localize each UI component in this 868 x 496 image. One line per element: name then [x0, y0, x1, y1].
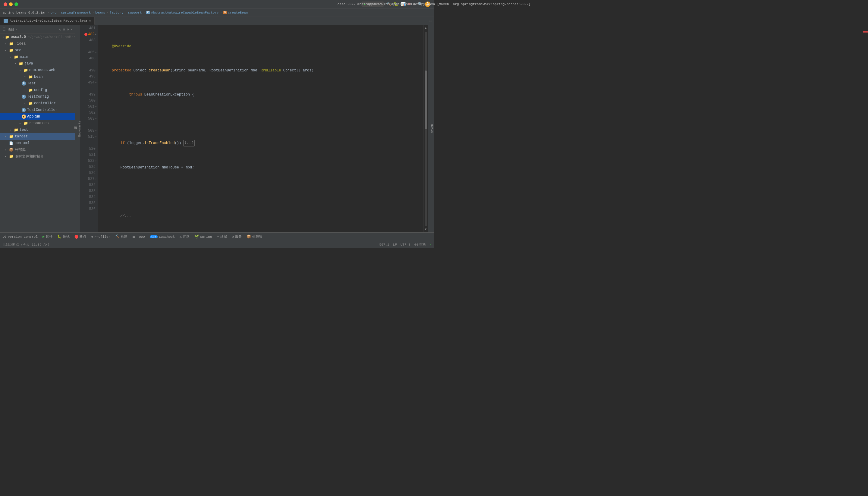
build-toolbar-button[interactable]: 🔨 构建	[115, 234, 127, 239]
collapse-494[interactable]: ▾	[95, 81, 97, 84]
tree-root[interactable]: ▾ 📁 ossa3.0 ~/java/java/seckill-redis/d	[0, 34, 75, 41]
tree-src-label: src	[15, 48, 21, 52]
java-testcontroller-icon: C	[22, 108, 26, 112]
version-control-icon: ⎇	[2, 234, 6, 239]
terminal-toolbar-button[interactable]: ⌨ 终端	[217, 234, 227, 239]
scroll-up-icon[interactable]: ▲	[423, 25, 428, 31]
dependencies-label: 依赖项	[252, 234, 262, 239]
breadcrumb-class[interactable]: AbstractAutowireCapableBeanFactory	[151, 11, 218, 14]
status-lf[interactable]: LF	[393, 242, 397, 247]
tree-com-ossa-web[interactable]: ▾ 📁 com.ossa.web	[0, 67, 75, 74]
collapse-503[interactable]: ▾	[95, 117, 97, 121]
breadcrumb-method[interactable]: createBean	[228, 11, 248, 14]
gutter-line-536: 536	[80, 206, 98, 212]
gutter-line-482[interactable]: 482 ➤	[80, 31, 98, 37]
collapse-515[interactable]: ▾	[95, 135, 97, 139]
scrollbar-thumb[interactable]	[425, 71, 427, 129]
breadcrumb-jar[interactable]: spring-beans-6.0.2.jar	[2, 11, 46, 14]
hide-icon[interactable]: ✕	[71, 27, 73, 31]
code-line-481: @Override	[103, 43, 418, 49]
collapse-485[interactable]: ▾	[95, 51, 97, 54]
settings-icon[interactable]: ⚙	[67, 27, 69, 31]
code-line-483: throws BeanCreationException {	[103, 92, 418, 98]
status-indent[interactable]: 4个空格	[414, 242, 426, 247]
folder-scratches-icon: 📁	[9, 154, 14, 159]
gutter-line-481: 481	[80, 25, 98, 31]
luacheck-toolbar-button[interactable]: Lua LuaCheck	[150, 235, 175, 239]
tab-close-icon[interactable]: ✕	[89, 19, 91, 22]
breadcrumb-org[interactable]: org	[51, 11, 57, 14]
java-test-icon: C	[22, 81, 26, 86]
gutter-line-533: 533	[80, 188, 98, 194]
breadcrumb-factory[interactable]: factory	[110, 11, 124, 14]
tree-idea[interactable]: ▸ 📁 .idea	[0, 41, 75, 47]
tree-test[interactable]: ▸ 📁 test	[0, 127, 75, 133]
pom-icon: 📄	[9, 141, 13, 145]
sidebar-dropdown-icon[interactable]: ▾	[16, 28, 17, 31]
breadcrumb: spring-beans-6.0.2.jar › org › springfra…	[0, 9, 434, 17]
spring-toolbar-button[interactable]: 🌱 Spring	[195, 234, 212, 239]
gutter-line-520: 520	[80, 146, 98, 152]
tree-testconfig[interactable]: C TestConfig	[0, 93, 75, 100]
scrollbar-track[interactable]	[425, 32, 427, 226]
tree-pom[interactable]: 📄 pom.xml	[0, 140, 75, 146]
code-line-484	[103, 116, 418, 122]
collapse-508[interactable]: ▾	[95, 129, 97, 133]
tree-src[interactable]: ▾ 📁 src	[0, 47, 75, 53]
tree-bean[interactable]: ▾ 📁 bean	[0, 74, 75, 80]
tree-resources-label: resources	[29, 121, 49, 125]
tree-external-libs[interactable]: ▸ 📦 外部库	[0, 146, 75, 153]
tree-controller[interactable]: ▾ 📁 controller	[0, 100, 75, 107]
tree-scratches[interactable]: ▸ 📁 临时文件和控制台	[0, 153, 75, 160]
sidebar-toolbar: ☰ 项目 ▾ ↻ ⊟ ⚙ ✕	[0, 25, 75, 34]
services-toolbar-button[interactable]: ⚙ 服务	[232, 234, 242, 239]
structure-label[interactable]: 结构	[74, 129, 78, 135]
spring-label: Spring	[200, 235, 212, 239]
breadcrumb-support[interactable]: support	[128, 11, 142, 14]
breakpoints-toolbar-button[interactable]: ⬤ 断点	[75, 234, 86, 239]
tree-pom-label: pom.xml	[14, 141, 30, 145]
folder-java-icon: 📁	[19, 61, 23, 66]
folder-controller-icon: 📁	[28, 101, 33, 106]
breadcrumb-springframework[interactable]: springframework	[61, 11, 91, 14]
tree-config[interactable]: ▾ 📁 config	[0, 87, 75, 93]
tree-testcontroller[interactable]: C TestController	[0, 107, 75, 113]
problems-toolbar-button[interactable]: ⚠ 问题	[180, 234, 189, 239]
tree-test-java[interactable]: C Test	[0, 80, 75, 87]
maven-panel-tab[interactable]: Maven	[428, 25, 434, 232]
version-control-button[interactable]: ⎇ Version Control	[2, 234, 38, 239]
close-button[interactable]	[4, 2, 7, 6]
code-editor[interactable]: @Override protected Object createBean(St…	[98, 25, 423, 232]
collapse-block-485[interactable]: {...}	[183, 140, 195, 146]
scroll-down-icon[interactable]: ▼	[423, 227, 428, 232]
collapse-522[interactable]: ▾	[95, 159, 97, 163]
profiler-toolbar-button[interactable]: ◈ Profiler	[91, 234, 110, 239]
tree-apprun[interactable]: ▶ AppRun	[0, 113, 75, 120]
collapse-527[interactable]: ▾	[95, 177, 97, 181]
maximize-button[interactable]	[14, 2, 18, 6]
dependencies-toolbar-button[interactable]: 📦 依赖项	[247, 234, 262, 239]
tab-label: AbstractAutowireCapableBeanFactory.java	[10, 19, 87, 22]
status-encoding[interactable]: UTF-8	[401, 242, 410, 247]
tree-java[interactable]: ▾ 📁 java	[0, 60, 75, 67]
minimize-button[interactable]	[9, 2, 13, 6]
tree-resources[interactable]: ▸ 📁 resources	[0, 120, 75, 127]
tree-test-label: Test	[27, 81, 36, 86]
tree-controller-label: controller	[34, 101, 56, 106]
gutter-line-507	[80, 122, 98, 128]
status-position[interactable]: 507:1	[379, 242, 389, 247]
tab-main-file[interactable]: J AbstractAutowireCapableBeanFactory.jav…	[0, 17, 95, 25]
debug-toolbar-button[interactable]: 🐛 调试	[57, 234, 69, 239]
todo-toolbar-button[interactable]: ☰ TODO	[132, 234, 145, 239]
sync-icon[interactable]: ↻	[59, 27, 61, 31]
gutter-line-500: 500	[80, 98, 98, 104]
sidebar-menu-icon[interactable]: ☰	[2, 27, 6, 32]
collapse-501[interactable]: ▾	[95, 105, 97, 108]
more-tabs-icon[interactable]: ⋯	[426, 18, 434, 24]
collapse-icon[interactable]: ⊟	[63, 27, 65, 31]
tree-target[interactable]: ▸ 📁 target	[0, 133, 75, 140]
run-toolbar-button[interactable]: ▶ 运行	[43, 234, 52, 239]
breadcrumb-beans[interactable]: beans	[95, 11, 105, 14]
bookmarks-label[interactable]: Bookmarks	[78, 118, 81, 139]
tree-main[interactable]: ▾ 📁 main	[0, 53, 75, 60]
